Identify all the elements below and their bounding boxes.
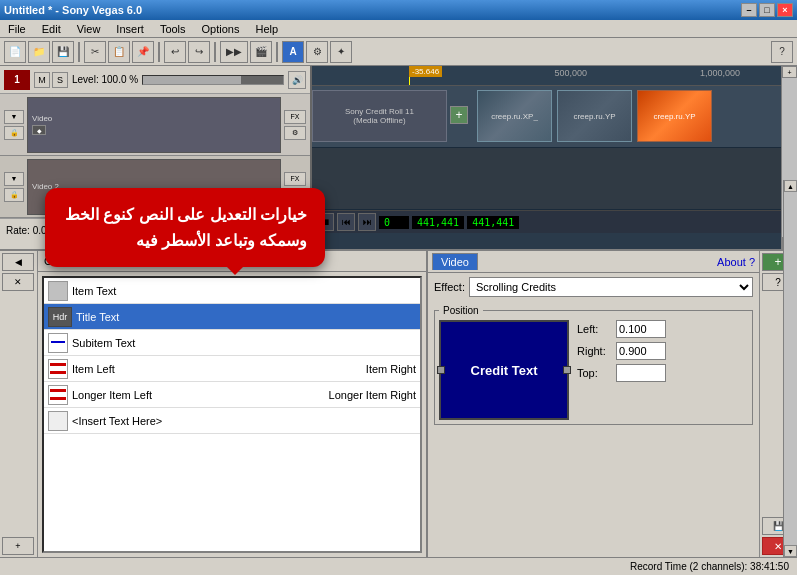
zoom-in-btn[interactable]: + [782, 66, 797, 78]
menu-help[interactable]: Help [251, 22, 282, 36]
track-solo-btn[interactable]: S [52, 72, 68, 88]
track-lock-btn[interactable]: 🔒 [4, 126, 24, 140]
callout-popup: خيارات التعديل على النص كنوع الخط وسمكه … [45, 188, 325, 267]
credit-icon-3 [48, 359, 68, 379]
add-clip-btn[interactable]: + [450, 106, 468, 124]
side-ctrl-3[interactable]: + [2, 537, 34, 555]
top-field-input[interactable] [616, 364, 666, 382]
credit-text-0: Item Text [72, 285, 416, 297]
menubar: File Edit View Insert Tools Options Help [0, 20, 797, 38]
position-legend: Position [439, 305, 483, 316]
transport-time3: 441,441 [467, 216, 519, 229]
left-field-label: Left: [577, 323, 612, 335]
effects-button[interactable]: ✦ [330, 41, 352, 63]
redo-button[interactable]: ↪ [188, 41, 210, 63]
handle-right[interactable] [563, 366, 571, 374]
zoom-button[interactable]: A [282, 41, 304, 63]
track-ctrl-btn1[interactable]: FX [284, 110, 306, 124]
credits-panel: Credits text: Item Text Hdr Title Text [38, 251, 428, 557]
credit-icon-4 [48, 385, 68, 405]
credit-item-2[interactable]: Subitem Text [44, 330, 420, 356]
cut-button[interactable]: ✂ [84, 41, 106, 63]
track2-fx-btn[interactable]: FX [284, 172, 306, 186]
clip-media-offline: (Media Offline) [353, 116, 405, 125]
render-button[interactable]: ▶▶ [220, 41, 248, 63]
side-ctrl-1[interactable]: ◀ [2, 253, 34, 271]
menu-tools[interactable]: Tools [156, 22, 190, 36]
menu-options[interactable]: Options [198, 22, 244, 36]
toolbar-separator-4 [276, 42, 278, 62]
capture-button[interactable]: 🎬 [250, 41, 272, 63]
menu-edit[interactable]: Edit [38, 22, 65, 36]
undo-button[interactable]: ↩ [164, 41, 186, 63]
transport-next[interactable]: ⏭ [358, 213, 376, 231]
close-button[interactable]: × [777, 3, 793, 17]
menu-file[interactable]: File [4, 22, 30, 36]
credit-icon-0 [48, 281, 68, 301]
handle-left[interactable] [437, 366, 445, 374]
copy-button[interactable]: 📋 [108, 41, 130, 63]
clip-creep1-name: creep.ru.XP_ [491, 112, 538, 121]
status-text: Record Time (2 channels): 38:41:50 [630, 561, 789, 572]
minimize-button[interactable]: – [741, 3, 757, 17]
save-button[interactable]: 💾 [52, 41, 74, 63]
credit-item-3[interactable]: Item Left Item Right [44, 356, 420, 382]
clip-creep2[interactable]: creep.ru.YP [557, 90, 632, 142]
transport-time1: 0 [379, 216, 409, 229]
props-scroll-down[interactable]: ▼ [784, 545, 797, 557]
track-expand-btn[interactable]: ▼ [4, 110, 24, 124]
level-label: Level: 100.0 % [72, 74, 138, 85]
track2-lock-btn[interactable]: 🔒 [4, 188, 24, 202]
credit-text-2: Subitem Text [72, 337, 416, 349]
open-button[interactable]: 📁 [28, 41, 50, 63]
properties-button[interactable]: ⚙ [306, 41, 328, 63]
credit-text-right-3: Item Right [366, 363, 416, 375]
side-ctrl-2[interactable]: ✕ [2, 273, 34, 291]
track-mute-btn[interactable]: M [34, 72, 50, 88]
clip-creep3[interactable]: creep.ru.YP [637, 90, 712, 142]
menu-insert[interactable]: Insert [112, 22, 148, 36]
clip-sony-credit[interactable]: Sony Credit Roll 11 (Media Offline) [312, 90, 447, 142]
transport-prev[interactable]: ⏮ [337, 213, 355, 231]
help-btn[interactable]: ? [771, 41, 793, 63]
credits-list[interactable]: Item Text Hdr Title Text Subitem Text [42, 276, 422, 553]
pos-top-row: Top: [577, 364, 666, 382]
position-group: Position Credit Text Left: [434, 305, 753, 425]
credit-item-1[interactable]: Hdr Title Text [44, 304, 420, 330]
credit-item-5[interactable]: <Insert Text Here> [44, 408, 420, 434]
right-field-input[interactable] [616, 342, 666, 360]
credit-item-4[interactable]: Longer Item Left Longer Item Right [44, 382, 420, 408]
clip-creep3-name: creep.ru.YP [653, 112, 695, 121]
transport-time2: 441,441 [412, 216, 464, 229]
effect-select[interactable]: Scrolling Credits [469, 277, 753, 297]
pos-left-row: Left: [577, 320, 666, 338]
right-field-label: Right: [577, 345, 612, 357]
titlebar-controls: – □ × [741, 3, 793, 17]
props-about-link[interactable]: About ? [717, 256, 755, 268]
credit-text-left-3: Item Left [72, 363, 366, 375]
credit-text-left-4: Longer Item Left [72, 389, 329, 401]
menu-view[interactable]: View [73, 22, 105, 36]
toolbar-separator-3 [214, 42, 216, 62]
toolbar-separator-2 [158, 42, 160, 62]
credit-icon-2 [48, 333, 68, 353]
clip-creep1[interactable]: creep.ru.XP_ [477, 90, 552, 142]
level-slider[interactable] [142, 75, 284, 85]
ruler-mark-500k: 500,000 [555, 68, 588, 78]
rate-label: Rate: 0.0 [6, 225, 47, 236]
toolbar: 📄 📁 💾 ✂ 📋 📌 ↩ ↪ ▶▶ 🎬 A ⚙ ✦ ? [0, 38, 797, 66]
credit-text-5: <Insert Text Here> [72, 415, 416, 427]
new-button[interactable]: 📄 [4, 41, 26, 63]
track-vol-ctrl[interactable]: ◆ [32, 125, 46, 135]
callout-text: خيارات التعديل على النص كنوع الخط وسمكه … [65, 206, 307, 249]
left-field-input[interactable] [616, 320, 666, 338]
track-number-1: 1 [4, 70, 30, 90]
credit-preview: Credit Text [439, 320, 569, 420]
paste-button[interactable]: 📌 [132, 41, 154, 63]
maximize-button[interactable]: □ [759, 3, 775, 17]
props-vscroll[interactable]: ▲ ▼ [783, 251, 797, 557]
credit-icon-5 [48, 411, 68, 431]
props-tab-video[interactable]: Video [432, 253, 478, 270]
track-ctrl-btn2[interactable]: ⚙ [284, 126, 306, 140]
track2-expand-btn[interactable]: ▼ [4, 172, 24, 186]
